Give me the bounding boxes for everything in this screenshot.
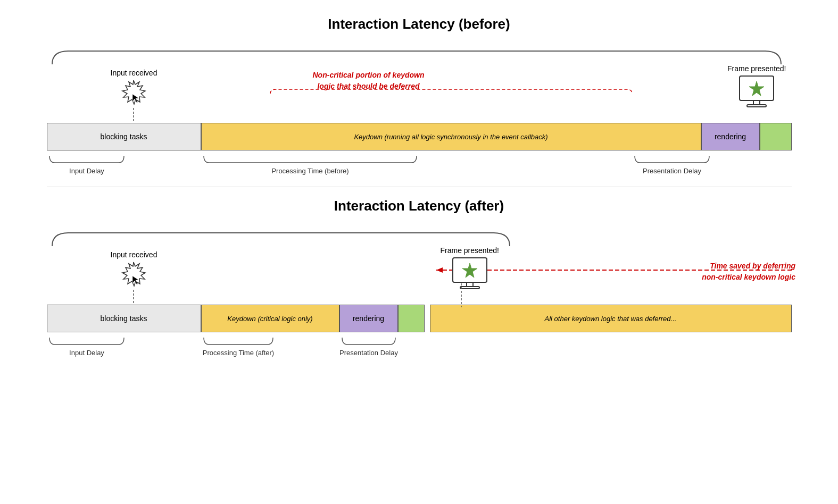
before-title: Interaction Latency (before) — [32, 16, 806, 32]
after-input-label: Input received — [111, 250, 157, 259]
before-input-annotation: Input received — [111, 69, 157, 129]
svg-text:Processing Time (before): Processing Time (before) — [271, 167, 349, 175]
before-red-line1: Non-critical portion of keydown — [313, 70, 425, 81]
before-input-label: Input received — [111, 69, 157, 77]
svg-marker-12 — [122, 262, 145, 286]
before-blocks-row: blocking tasks Keydown (running all logi… — [47, 123, 792, 150]
after-block-blocking: blocking tasks — [47, 305, 201, 332]
svg-rect-5 — [753, 100, 760, 105]
section-divider — [47, 187, 792, 187]
svg-marker-0 — [122, 80, 145, 104]
after-blocks-row: blocking tasks Keydown (critical logic o… — [47, 305, 792, 332]
after-frame-dotted — [461, 283, 462, 307]
after-input-annotation: Input received — [111, 250, 157, 311]
before-frame-label: Frame presented! — [727, 64, 786, 73]
svg-text:Processing Time (after): Processing Time (after) — [202, 349, 273, 357]
after-top-brace — [47, 230, 792, 251]
before-burst-icon — [120, 79, 147, 106]
after-section: Interaction Latency (after) Time saved b… — [32, 198, 806, 347]
before-section: Interaction Latency (before) Input recei… — [32, 16, 806, 165]
after-title: Interaction Latency (after) — [32, 198, 806, 214]
before-block-green — [760, 123, 792, 150]
after-frame-annotation: Frame presented! — [441, 246, 500, 293]
after-burst-icon — [120, 261, 147, 288]
after-block-deferred: All other keydown logic that was deferre… — [430, 305, 792, 332]
before-block-rendering: rendering — [701, 123, 760, 150]
svg-marker-13 — [132, 276, 139, 284]
before-timeline: Input received Frame presented! — [47, 48, 792, 165]
before-block-blocking: blocking tasks — [47, 123, 201, 150]
before-top-brace — [47, 48, 792, 70]
svg-marker-1 — [132, 94, 139, 103]
after-block-rendering: rendering — [339, 305, 398, 332]
after-labels-svg: Input Delay Processing Time (after) Pres… — [47, 335, 792, 367]
svg-text:Input Delay: Input Delay — [69, 167, 104, 175]
before-labels-svg: Input Delay Processing Time (before) Pre… — [47, 153, 792, 185]
svg-rect-6 — [747, 105, 766, 107]
svg-rect-18 — [460, 287, 479, 289]
after-block-green — [398, 305, 425, 332]
svg-text:Presentation Delay: Presentation Delay — [339, 349, 398, 357]
after-block-keydown: Keydown (critical logic only) — [201, 305, 339, 332]
before-block-keydown: Keydown (running all logic synchronously… — [201, 123, 701, 150]
svg-rect-17 — [467, 282, 473, 287]
after-frame-label: Frame presented! — [441, 246, 500, 255]
svg-text:Input Delay: Input Delay — [69, 349, 104, 357]
after-timeline: Input received Frame presented! — [47, 230, 792, 347]
main-container: Interaction Latency (before) Input recei… — [0, 0, 838, 384]
before-red-dashed — [270, 88, 749, 99]
svg-text:Presentation Delay: Presentation Delay — [643, 167, 701, 175]
after-monitor-icon — [449, 257, 491, 291]
